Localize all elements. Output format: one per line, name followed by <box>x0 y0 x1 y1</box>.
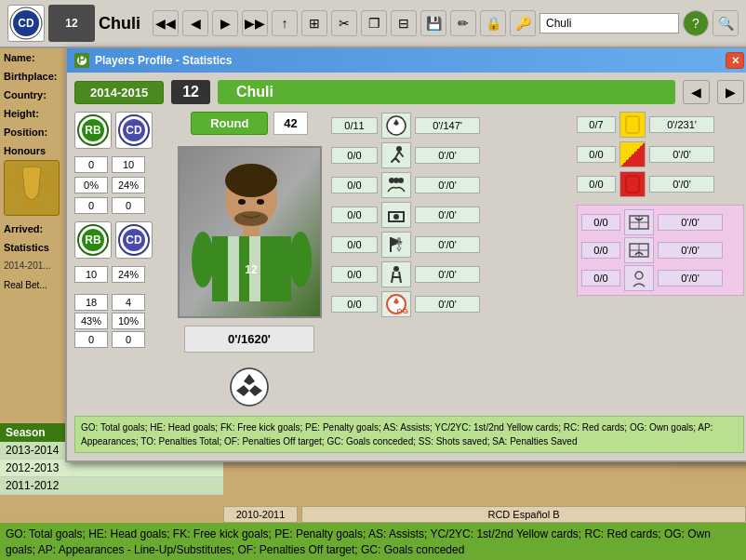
pink-val-1: 0/0 <box>581 214 620 231</box>
info-season-year: 2014-201... <box>4 260 71 271</box>
club-logo: CD <box>7 5 45 42</box>
toolbar-copy-btn[interactable]: ❐ <box>361 10 387 36</box>
players-profile-modal: P Players Profile - Statistics ✕ 2014-20… <box>65 47 746 462</box>
info-statistics: Statistics <box>4 242 71 253</box>
svg-rect-22 <box>243 224 260 237</box>
toolbar-search-btn[interactable]: 🔍 <box>713 10 739 36</box>
stat-line-6: 0/0 0'/0' <box>331 260 569 288</box>
info-arrived: Arrived: <box>4 223 71 234</box>
toolbar-nav-next[interactable]: ▶ <box>212 10 238 36</box>
season-row-3[interactable]: 2011-2012 <box>0 477 223 495</box>
svg-point-29 <box>238 199 246 205</box>
toolbar-lock-btn[interactable]: 🔒 <box>480 10 506 36</box>
arrived-stat1: 4 <box>112 294 145 311</box>
svg-rect-3 <box>28 200 35 206</box>
pink-val-3: 0/0 <box>581 270 620 287</box>
info-real-bet[interactable]: Real Bet... <box>4 278 71 292</box>
pink-result-2: 0'/0' <box>658 242 723 259</box>
svg-rect-51 <box>626 116 639 133</box>
pct1: 43% <box>74 313 108 329</box>
info-name: Name: <box>4 52 71 63</box>
modal-player-name: Chuli <box>218 80 675 104</box>
time-display: 0'/1620' <box>184 326 314 353</box>
pink-stats-section: 0/0 0'/0' <box>577 205 744 296</box>
val-row: 0 0 <box>74 331 167 348</box>
stat-result-1: 0'/147' <box>415 117 480 134</box>
svg-point-59 <box>635 272 643 279</box>
trophy-icon <box>4 160 60 216</box>
round-value: 42 <box>273 112 307 135</box>
toolbar-add-btn[interactable]: ⊞ <box>301 10 327 36</box>
toolbar-nav-last[interactable]: ▶▶ <box>242 10 268 36</box>
svg-point-21 <box>225 164 277 197</box>
stat-result-2: 0'/0' <box>415 147 480 164</box>
stat-result-7: 0'/0' <box>415 296 480 313</box>
round-row: Round 42 <box>191 112 308 135</box>
toolbar-nav-prev[interactable]: ◀ <box>182 10 208 36</box>
yr-card-row: 0/0 0'/0' <box>577 141 744 167</box>
modal-nav-prev[interactable]: ◀ <box>683 80 710 104</box>
round-button[interactable]: Round <box>191 112 268 135</box>
svg-rect-24 <box>228 236 239 301</box>
bottom-team-chip: RCD Español B <box>301 506 746 523</box>
svg-point-26 <box>192 232 214 287</box>
svg-point-27 <box>289 232 312 287</box>
stats-layout: RB CD 0 <box>74 112 744 410</box>
bottom-season-chip: 2010-2011 <box>223 506 298 523</box>
toolbar-cut-btn[interactable]: ✂ <box>331 10 357 36</box>
stat-box-1a: 0 <box>74 156 108 173</box>
info-birthplace: Birthplace: <box>4 71 71 82</box>
svg-text:CD: CD <box>126 124 142 137</box>
stat-result-6: 0'/0' <box>415 266 480 283</box>
club-badges-row-2: RB CD <box>74 221 167 259</box>
svg-point-44 <box>393 214 399 220</box>
stat-icon-tackle <box>381 261 411 287</box>
right-stats-column: 0/7 0'/231' 0/0 0'/0' <box>577 112 744 410</box>
stat-val-2: 0/0 <box>331 147 378 164</box>
stat-row-3: 0 0 <box>74 197 167 214</box>
club-badges-row: RB CD <box>74 112 167 149</box>
stat-val-3: 0/0 <box>331 177 378 193</box>
toolbar-nav-first[interactable]: ◀◀ <box>153 10 179 36</box>
yr-card-icon <box>619 141 646 167</box>
toolbar-save-btn[interactable]: 💾 <box>420 10 446 36</box>
card-header-value: 0/7 <box>577 116 616 133</box>
modal-close-button[interactable]: ✕ <box>726 52 744 69</box>
stat-box-4b: 24% <box>112 266 145 283</box>
stat-line-7: 0/0 OG 0'/0' <box>331 290 569 318</box>
stats-grid: 0/11 0'/147' 0/0 <box>331 112 569 410</box>
ball-icon <box>226 364 273 410</box>
arrived-val: 18 <box>74 294 108 311</box>
stat-line-4: 0/0 0'/0' <box>331 201 569 229</box>
modal-icon: P <box>74 53 89 68</box>
toolbar-edit-btn[interactable]: ✏ <box>450 10 476 36</box>
red-card-icon <box>619 171 646 197</box>
photo-area: Round 42 <box>175 112 324 410</box>
pink-result-1: 0'/0' <box>658 214 723 231</box>
val2: 0 <box>112 331 145 348</box>
toolbar-grid-btn[interactable]: ⊟ <box>391 10 417 36</box>
toolbar-up-btn[interactable]: ↑ <box>272 10 298 36</box>
pink-val-2: 0/0 <box>581 242 620 259</box>
stat-result-3: 0'/0' <box>415 177 480 193</box>
stat-val-4: 0/0 <box>331 207 378 223</box>
season-year-button[interactable]: 2014-2015 <box>74 81 164 104</box>
club-badge-home: RB <box>74 112 112 149</box>
stat-box-3a: 0 <box>74 197 108 214</box>
yr-card-value: 0/0 <box>577 146 616 163</box>
stat-row-2: 0% 24% <box>74 177 167 193</box>
arrived-section: 18 4 43% 10% 0 0 <box>74 294 167 348</box>
pink-icon-3 <box>624 265 654 291</box>
pink-icon-2 <box>624 237 654 263</box>
info-honours: Honours <box>4 145 71 216</box>
toolbar-help-btn[interactable]: ? <box>683 10 709 36</box>
svg-text:CD: CD <box>18 17 34 30</box>
stat-icon-flag <box>381 232 411 258</box>
modal-nav-next[interactable]: ▶ <box>717 80 744 104</box>
pink-row-3: 0/0 0'/0' <box>581 265 739 291</box>
stat-icon-goalpost <box>381 202 411 228</box>
search-input[interactable] <box>540 13 679 33</box>
svg-text:RB: RB <box>85 233 101 247</box>
toolbar-key-btn[interactable]: 🔑 <box>510 10 536 36</box>
stat-result-4: 0'/0' <box>415 207 480 223</box>
